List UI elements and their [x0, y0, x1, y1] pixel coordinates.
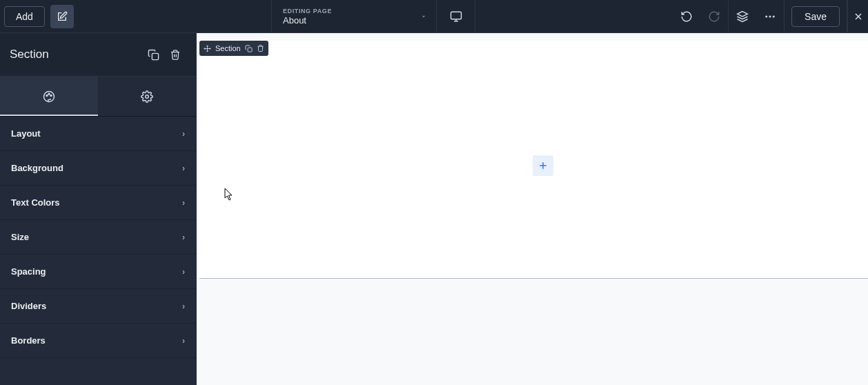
top-bar: Add EDITING PAGE About Sa: [0, 0, 868, 33]
sidebar-tabs: [0, 77, 196, 117]
svg-point-12: [48, 93, 50, 95]
redo-icon: [708, 10, 720, 23]
edit-mode-toggle[interactable]: [50, 5, 74, 28]
svg-point-4: [765, 15, 767, 17]
section-area[interactable]: [199, 41, 868, 279]
chevron-right-icon: ›: [182, 233, 185, 242]
svg-point-13: [50, 95, 52, 96]
svg-rect-9: [152, 53, 158, 59]
panel-label: Dividers: [11, 301, 46, 311]
panel-layout[interactable]: Layout›: [0, 117, 196, 151]
save-button[interactable]: Save: [791, 6, 840, 27]
svg-rect-19: [248, 48, 252, 52]
svg-point-11: [46, 95, 48, 96]
duplicate-icon: [148, 49, 159, 61]
topbar-center: EDITING PAGE About: [271, 0, 475, 32]
redo-button: [700, 0, 728, 32]
plus-icon: [537, 160, 549, 171]
gear-icon: [141, 90, 153, 103]
sidebar: Section Layout› Background› Text Colors›…: [0, 33, 197, 385]
svg-point-5: [769, 15, 771, 17]
close-icon: [853, 11, 864, 22]
page-selector-value: About: [283, 15, 425, 26]
sidebar-title: Section: [10, 48, 142, 61]
tab-settings[interactable]: [98, 77, 196, 116]
panel-size[interactable]: Size›: [0, 220, 196, 255]
edit-icon: [57, 11, 68, 22]
trash-icon: [257, 44, 264, 52]
topbar-right: Save: [673, 0, 868, 32]
svg-point-14: [146, 95, 149, 98]
sidebar-header: Section: [0, 33, 196, 77]
topbar-left: Add: [0, 5, 74, 28]
palette-icon: [43, 90, 55, 103]
close-button[interactable]: [847, 0, 868, 32]
section-toolbar: Section: [199, 41, 268, 56]
desktop-icon: [449, 10, 463, 23]
layers-button[interactable]: [729, 0, 756, 32]
panel-label: Spacing: [11, 266, 46, 277]
more-icon: [764, 10, 776, 23]
chevron-right-icon: ›: [182, 302, 185, 311]
chevron-right-icon: ›: [182, 198, 185, 208]
layers-icon: [736, 10, 749, 23]
tab-style[interactable]: [0, 77, 98, 116]
chevron-right-icon: ›: [182, 267, 185, 277]
panel-dividers[interactable]: Dividers›: [0, 289, 196, 324]
panel-text-colors[interactable]: Text Colors›: [0, 186, 196, 220]
section-toolbar-duplicate[interactable]: [245, 45, 253, 52]
move-handle[interactable]: [204, 45, 211, 52]
add-button[interactable]: Add: [4, 6, 45, 27]
panel-list: Layout› Background› Text Colors› Size› S…: [0, 117, 196, 358]
panel-borders[interactable]: Borders›: [0, 324, 196, 358]
panel-label: Size: [11, 232, 29, 242]
chevron-right-icon: ›: [182, 164, 185, 173]
panel-background[interactable]: Background›: [0, 151, 196, 186]
chevron-down-icon: [421, 14, 426, 19]
divider: [784, 0, 785, 32]
delete-section-button[interactable]: [164, 43, 186, 66]
panel-label: Borders: [11, 335, 46, 346]
section-toolbar-label: Section: [215, 44, 241, 52]
panel-spacing[interactable]: Spacing›: [0, 255, 196, 289]
cursor-icon: [224, 188, 235, 201]
svg-rect-0: [451, 12, 461, 19]
panel-label: Background: [11, 163, 63, 173]
add-content-button[interactable]: [533, 155, 553, 176]
page-selector-label: EDITING PAGE: [283, 8, 425, 14]
more-button[interactable]: [756, 0, 784, 32]
undo-icon: [680, 10, 693, 23]
move-icon: [204, 45, 211, 52]
panel-label: Text Colors: [11, 197, 60, 208]
section-toolbar-delete[interactable]: [257, 44, 264, 52]
svg-point-6: [773, 15, 775, 17]
device-preview-button[interactable]: [437, 0, 475, 32]
chevron-right-icon: ›: [182, 336, 185, 346]
duplicate-section-button[interactable]: [142, 43, 164, 66]
panel-label: Layout: [11, 128, 41, 139]
undo-button[interactable]: [673, 0, 700, 32]
trash-icon: [170, 49, 181, 61]
svg-marker-3: [738, 11, 748, 17]
duplicate-icon: [245, 45, 253, 52]
page-selector[interactable]: EDITING PAGE About: [271, 0, 437, 32]
main: Section Layout› Background› Text Colors›…: [0, 33, 868, 385]
chevron-right-icon: ›: [182, 129, 185, 139]
canvas[interactable]: Section: [197, 33, 868, 385]
